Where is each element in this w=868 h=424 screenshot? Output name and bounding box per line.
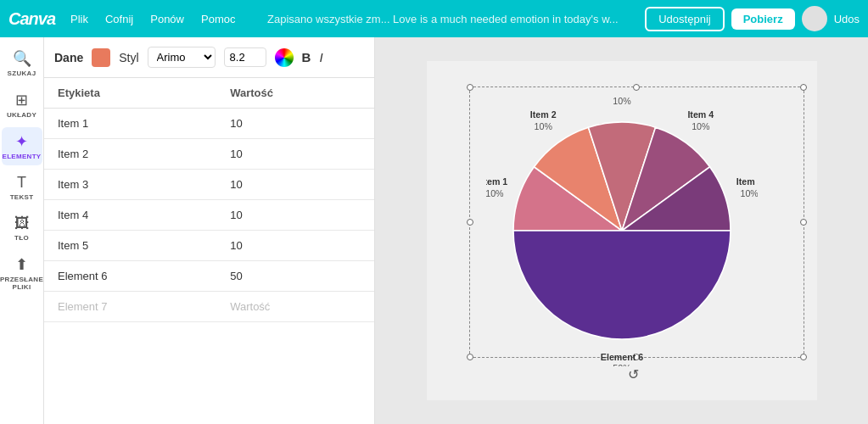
handle-top-mid[interactable] [633, 84, 640, 91]
sidebar-item-text[interactable]: T TEKST [2, 169, 42, 206]
svg-text:10%: 10% [740, 188, 758, 198]
svg-text:10%: 10% [534, 121, 552, 131]
pie-svg: Item 110%Item 210%Item 310%Item 410%Item… [486, 95, 758, 366]
topbar: Canva Plik Cofnij Ponów Pomoc Zapisano w… [0, 0, 868, 37]
sidebar-background-label: TŁO [14, 234, 29, 242]
handle-bottom-left[interactable] [467, 354, 473, 360]
svg-text:10%: 10% [486, 188, 504, 198]
account-label[interactable]: Udos [834, 13, 860, 25]
handle-top-left[interactable] [467, 84, 473, 91]
table-row-label[interactable]: Element 6 [44, 261, 216, 292]
pie-segment[interactable] [513, 231, 731, 339]
sidebar-uploads-label: PRZESŁANE PLIKI [0, 276, 43, 291]
svg-text:50%: 50% [613, 363, 631, 366]
sidebar-item-background[interactable]: 🖼 TŁO [2, 209, 42, 247]
color-swatch[interactable] [92, 48, 110, 67]
handle-top-right[interactable] [800, 84, 807, 91]
table-row-value[interactable]: 10 [216, 231, 374, 261]
elements-icon: ✦ [15, 132, 28, 151]
table-row-label[interactable]: Element 7 [44, 292, 216, 322]
sidebar-search-label: SZUKAJ [8, 70, 36, 77]
color-picker-icon[interactable] [275, 48, 294, 67]
sidebar-item-search[interactable]: 🔍 SZUKAJ [2, 44, 42, 82]
col-header-label: Etykieta [44, 78, 216, 109]
uploads-icon: ⬆ [15, 255, 28, 274]
canvas-area[interactable]: ↺ Item 110%Item 210%Item 310%Item 410%It… [375, 37, 868, 424]
menu-help[interactable]: Pomoc [196, 9, 240, 29]
tab-dane[interactable]: Dane [54, 51, 83, 64]
main-area: 🔍 SZUKAJ ⊞ UKŁADY ✦ ELEMENTY T TEKST 🖼 T… [0, 37, 868, 424]
toolbar: Dane Styl Arimo B I [44, 37, 374, 78]
handle-mid-right[interactable] [800, 219, 807, 226]
table-row-label[interactable]: Item 5 [44, 231, 216, 261]
pie-chart: Item 110%Item 210%Item 310%Item 410%Item… [486, 95, 758, 366]
svg-text:Item 2: Item 2 [529, 109, 556, 120]
bold-button[interactable]: B [302, 50, 311, 64]
sidebar-elements-label: ELEMENTY [3, 153, 42, 160]
document-title[interactable]: Zapisano wszystkie zm... Love is a much … [250, 13, 635, 25]
table-row-value[interactable]: 10 [216, 139, 374, 170]
svg-text:Item 4: Item 4 [687, 109, 714, 120]
table-row-label[interactable]: Item 2 [44, 139, 216, 170]
pie-label: Element 650% [600, 352, 642, 366]
avatar[interactable] [802, 6, 827, 31]
data-table: Etykieta Wartość Item 110Item 210Item 31… [44, 78, 374, 424]
rotate-handle[interactable]: ↺ [628, 366, 639, 382]
sidebar: 🔍 SZUKAJ ⊞ UKŁADY ✦ ELEMENTY T TEKST 🖼 T… [0, 37, 44, 424]
table-row-value[interactable]: 10 [216, 200, 374, 231]
sidebar-text-label: TEKST [10, 193, 34, 201]
handle-mid-left[interactable] [467, 219, 473, 226]
pie-label: Item 210% [529, 109, 556, 131]
table-row-value[interactable]: 10 [216, 109, 374, 139]
italic-button[interactable]: I [319, 50, 322, 64]
font-selector[interactable]: Arimo [148, 47, 216, 68]
pie-label: Item 410% [687, 109, 714, 131]
data-panel: Dane Styl Arimo B I Etykieta Wartość [44, 37, 375, 424]
menu-file[interactable]: Plik [65, 9, 93, 29]
layouts-icon: ⊞ [15, 91, 28, 109]
table-row-label[interactable]: Item 3 [44, 170, 216, 200]
menu-redo[interactable]: Ponów [145, 9, 189, 29]
canva-logo[interactable]: Canva [8, 9, 55, 29]
table-row-label[interactable]: Item 4 [44, 200, 216, 231]
sidebar-item-uploads[interactable]: ⬆ PRZESŁANE PLIKI [2, 250, 42, 296]
text-icon: T [17, 174, 26, 192]
handle-bottom-right[interactable] [800, 354, 807, 360]
svg-text:Element 6: Element 6 [600, 352, 642, 362]
font-size-input[interactable] [224, 47, 266, 67]
share-button[interactable]: Udostępnij [645, 7, 724, 31]
search-icon: 🔍 [13, 49, 31, 68]
sidebar-layouts-label: UKŁADY [7, 111, 36, 119]
topbar-menu: Plik Cofnij Ponów Pomoc [65, 9, 240, 29]
tab-styl[interactable]: Styl [119, 51, 138, 64]
table-row-value[interactable]: 10 [216, 170, 374, 200]
background-icon: 🖼 [14, 215, 30, 232]
pie-label: Item 110% [486, 176, 507, 198]
table-row-value[interactable]: 50 [216, 261, 374, 292]
sidebar-item-layouts[interactable]: ⊞ UKŁADY [2, 86, 42, 124]
svg-text:10%: 10% [613, 96, 631, 106]
svg-text:10%: 10% [692, 121, 710, 131]
svg-text:Item 5: Item 5 [736, 176, 757, 187]
table-row-value[interactable]: Wartość [216, 292, 374, 322]
canvas-content: ↺ Item 110%Item 210%Item 310%Item 410%It… [427, 61, 817, 400]
topbar-buttons: Udostępnij Pobierz Udos [645, 6, 860, 31]
pie-label: Item 310% [608, 95, 635, 106]
table-row-label[interactable]: Item 1 [44, 109, 216, 139]
svg-text:Item 1: Item 1 [486, 176, 507, 187]
sidebar-item-elements[interactable]: ✦ ELEMENTY [2, 127, 42, 165]
col-header-value: Wartość [216, 78, 374, 109]
pie-label: Item 510% [736, 176, 757, 198]
menu-undo[interactable]: Cofnij [100, 9, 138, 29]
download-button[interactable]: Pobierz [731, 8, 795, 30]
